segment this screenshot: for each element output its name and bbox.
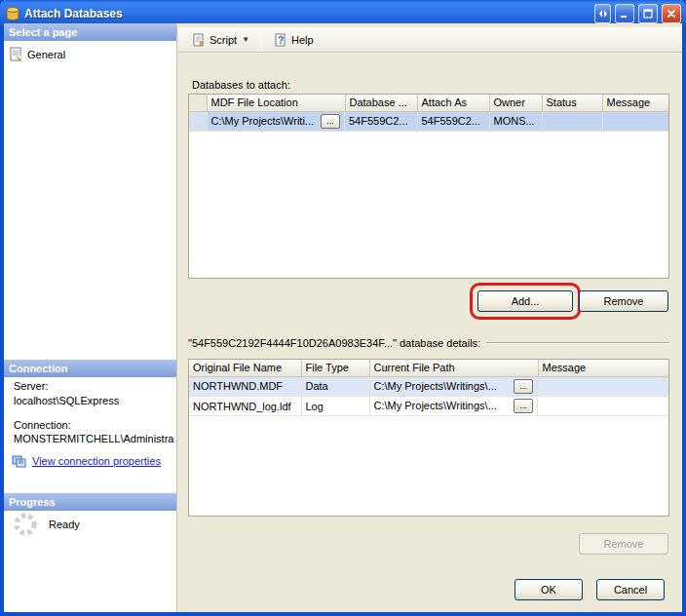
connection-label: Connection: [14, 419, 71, 431]
sidebar-item-general[interactable]: General [9, 47, 65, 61]
script-button[interactable]: Script ▼ [186, 30, 255, 50]
message-cell [538, 397, 669, 416]
close-icon [667, 9, 676, 19]
main-panel: Script ▼ ? Help Databases to attach: [178, 23, 682, 612]
help-button[interactable]: ? Help [268, 30, 320, 50]
database-details-label-row: "54F559C2192F4444F10D26A0983E34F..." dat… [188, 337, 669, 349]
browse-mdf-button[interactable]: ... [321, 114, 340, 129]
column-header-owner[interactable]: Owner [489, 95, 542, 111]
page-icon [9, 47, 23, 61]
browse-path-button[interactable]: ... [514, 399, 533, 413]
database-details-label: "54F559C2192F4444F10D26A0983E34F..." dat… [188, 337, 480, 349]
minimize-button[interactable] [615, 4, 634, 23]
message-cell [538, 376, 669, 397]
svg-text:?: ? [278, 35, 284, 46]
dialog-body: Select a page General Connection Server:… [4, 23, 682, 612]
dock-arrows-button[interactable] [594, 4, 611, 23]
file-type-cell: Data [301, 376, 369, 397]
database-details-table[interactable]: Original File Name File Type Current Fil… [188, 359, 669, 517]
script-button-label: Script [210, 34, 237, 46]
progress-header: Progress [4, 493, 176, 511]
column-header-attach-as[interactable]: Attach As [417, 95, 489, 111]
message-cell [602, 111, 669, 132]
column-header-file-type[interactable]: File Type [301, 360, 369, 376]
connection-header: Connection [4, 360, 176, 377]
column-header-status[interactable]: Status [542, 95, 602, 111]
attach-table-row[interactable]: C:\My Projects\Writi... ... 54F559C2... … [189, 111, 669, 132]
column-header-current-file-path[interactable]: Current File Path [369, 360, 538, 376]
details-divider [486, 342, 669, 344]
connection-value: MONSTERMITCHELL\Administra [14, 433, 173, 444]
progress-spinner-icon [12, 511, 39, 538]
select-a-page-header: Select a page [4, 23, 176, 41]
row-selector-cell[interactable] [189, 111, 207, 132]
sidebar-item-label: General [27, 49, 65, 60]
databases-to-attach-table[interactable]: MDF File Location Database ... Attach As… [188, 94, 669, 279]
details-table-row[interactable]: NORTHWND.MDF Data C:\My Projects\Writing… [189, 376, 669, 397]
progress-status: Ready [12, 511, 80, 538]
view-connection-properties-link[interactable]: View connection properties [12, 454, 161, 468]
attach-databases-dialog: Attach Databases Select a page [0, 0, 686, 616]
toolbar-separator [261, 31, 262, 49]
window-title: Attach Databases [24, 7, 591, 20]
minimize-icon [620, 9, 629, 19]
ok-button[interactable]: OK [514, 579, 583, 600]
toolbar: Script ▼ ? Help [178, 27, 682, 53]
row-selector-header [189, 95, 207, 111]
database-icon [5, 6, 20, 21]
connection-properties-icon [12, 454, 27, 468]
column-header-message[interactable]: Message [602, 95, 669, 111]
remove-button[interactable]: Remove [579, 290, 668, 312]
details-table-row[interactable]: NORTHWND_log.ldf Log C:\My Projects\Writ… [189, 397, 669, 416]
server-label: Server: [14, 380, 48, 392]
column-header-mdf-file-location[interactable]: MDF File Location [207, 95, 345, 111]
details-remove-button[interactable]: Remove [579, 533, 668, 555]
progress-status-text: Ready [49, 519, 80, 530]
sidebar: Select a page General Connection Server:… [4, 23, 177, 612]
current-file-path-cell: C:\My Projects\Writings\... ... [370, 397, 539, 416]
column-header-message[interactable]: Message [538, 360, 669, 376]
server-value: localhost\SQLExpress [14, 395, 119, 406]
help-icon: ? [274, 33, 287, 47]
mdf-file-location-cell: C:\My Projects\Writi... ... [208, 112, 346, 132]
cancel-button[interactable]: Cancel [596, 579, 665, 600]
attach-table-header-row: MDF File Location Database ... Attach As… [189, 95, 669, 111]
current-file-path-cell: C:\My Projects\Writings\... ... [370, 377, 539, 397]
details-table-header-row: Original File Name File Type Current Fil… [189, 360, 669, 376]
column-header-original-file-name[interactable]: Original File Name [189, 360, 301, 376]
file-type-cell: Log [301, 397, 369, 416]
column-header-database[interactable]: Database ... [345, 95, 417, 111]
databases-to-attach-label: Databases to attach: [192, 79, 290, 91]
browse-path-button[interactable]: ... [514, 379, 533, 394]
left-right-arrows-icon [598, 10, 608, 18]
maximize-button[interactable] [638, 4, 658, 23]
original-file-name-cell: NORTHWND_log.ldf [189, 397, 301, 416]
owner-cell: MONS... [489, 111, 542, 132]
maximize-icon [643, 9, 653, 19]
script-icon [192, 33, 206, 47]
original-file-name-cell: NORTHWND.MDF [189, 376, 301, 397]
database-cell: 54F559C2... [345, 111, 417, 132]
status-cell [542, 111, 602, 132]
add-button[interactable]: Add... [477, 290, 573, 312]
help-button-label: Help [291, 34, 314, 46]
chevron-down-icon: ▼ [242, 35, 249, 44]
close-button[interactable] [662, 4, 681, 23]
attach-as-cell: 54F559C2... [417, 111, 489, 132]
view-connection-properties-label: View connection properties [32, 455, 161, 467]
